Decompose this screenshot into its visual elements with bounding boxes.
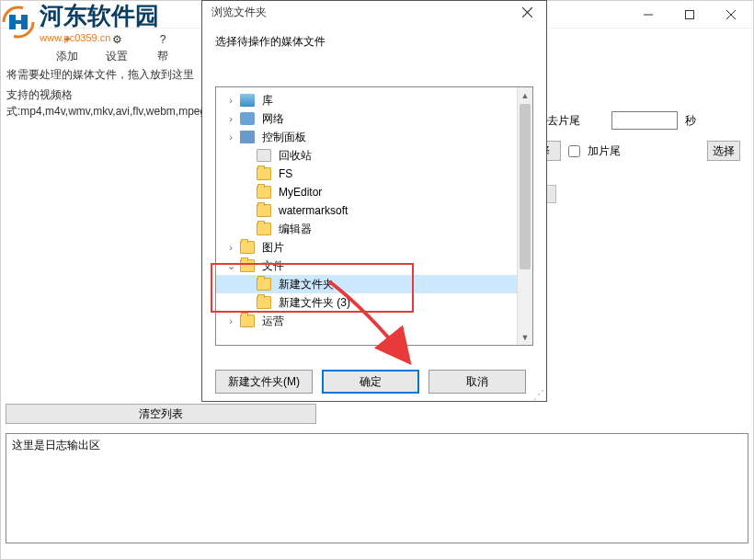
select-button-right[interactable]: 选择: [707, 141, 740, 161]
tree-item-label: watermarksoft: [279, 204, 348, 217]
tree-item[interactable]: ›网络: [216, 109, 532, 128]
folder-icon: [257, 204, 271, 217]
tree-item[interactable]: watermarksoft: [216, 201, 532, 220]
toolbar-settings-label: 设置: [106, 49, 128, 64]
tree-item-label: FS: [279, 167, 292, 180]
expand-icon[interactable]: [242, 297, 253, 308]
tree-item-label: 新建文件夹: [279, 277, 334, 292]
tree-item[interactable]: 编辑器: [216, 220, 532, 238]
scroll-down-icon[interactable]: ▼: [518, 329, 532, 345]
folder-icon: [257, 278, 271, 291]
dialog-close-button[interactable]: [513, 1, 541, 23]
tree-item-label: 文件: [262, 258, 284, 274]
scroll-up-icon[interactable]: ▲: [518, 87, 532, 103]
net-icon: [240, 112, 255, 125]
gear-icon: ⚙: [109, 32, 124, 47]
folder-icon: [240, 314, 255, 327]
svg-rect-1: [685, 10, 693, 18]
folder-icon: [257, 167, 271, 180]
expand-icon[interactable]: [242, 168, 253, 179]
tree-item[interactable]: ›图片: [216, 238, 532, 257]
folder-tree: ›库›网络›控制面板回收站FSMyEditorwatermarksoft编辑器›…: [215, 86, 533, 346]
log-output: 这里是日志输出区: [6, 433, 748, 543]
folder-icon: [257, 186, 271, 199]
tree-item-label: MyEditor: [279, 186, 322, 199]
tree-item-label: 回收站: [279, 148, 312, 164]
tree-item-label: 图片: [262, 240, 284, 256]
resize-grip-icon[interactable]: ⋰: [533, 388, 544, 399]
expand-icon[interactable]: [242, 150, 253, 161]
cancel-button[interactable]: 取消: [428, 370, 526, 394]
cut-tail-input[interactable]: [611, 111, 678, 130]
scroll-thumb[interactable]: [520, 104, 531, 269]
expand-icon[interactable]: [242, 279, 253, 290]
expand-icon[interactable]: [242, 187, 253, 198]
toolbar-add-label: 添加: [56, 49, 78, 64]
new-folder-button[interactable]: 新建文件夹(M): [215, 370, 313, 394]
expand-icon[interactable]: ›: [225, 113, 236, 124]
options-panel: 去片尾 秒 择 加片尾 选择: [528, 111, 740, 172]
minimize-button[interactable]: [627, 2, 668, 28]
tree-item-label: 运营: [262, 314, 284, 329]
folder-icon: [257, 223, 271, 235]
help-icon: ?: [155, 32, 170, 47]
tree-item-label: 控制面板: [262, 130, 306, 145]
tree-item[interactable]: MyEditor: [216, 183, 532, 201]
ok-button[interactable]: 确定: [322, 370, 419, 394]
formats-title: 支持的视频格: [6, 88, 73, 101]
cut-tail-unit: 秒: [685, 113, 696, 129]
folder-icon: [240, 259, 255, 272]
cut-tail-label: 去片尾: [547, 113, 580, 129]
toolbar-settings[interactable]: ⚙ 设置: [106, 32, 128, 64]
dialog-titlebar[interactable]: 浏览文件夹: [202, 1, 546, 23]
tree-item-label: 编辑器: [279, 222, 312, 237]
browse-folder-dialog: 浏览文件夹 选择待操作的媒体文件 ›库›网络›控制面板回收站FSMyEditor…: [201, 0, 547, 402]
panel-icon: [240, 131, 255, 143]
clear-list-button[interactable]: 清空列表: [6, 404, 316, 424]
tree-item-label: 网络: [262, 111, 284, 127]
dialog-hint: 选择待操作的媒体文件: [215, 34, 533, 50]
toolbar-add[interactable]: ＋ 添加: [56, 32, 78, 64]
expand-icon[interactable]: ›: [225, 315, 236, 326]
expand-icon[interactable]: [242, 205, 253, 216]
folder-icon: [257, 296, 271, 309]
tree-item[interactable]: 新建文件夹: [216, 275, 532, 293]
plus-icon: ＋: [60, 32, 74, 47]
toolbar-help[interactable]: ? 帮: [155, 32, 170, 64]
toolbar-help-label: 帮: [157, 49, 168, 64]
tree-item-label: 新建文件夹 (3): [279, 295, 350, 311]
tree-item[interactable]: FS: [216, 165, 532, 183]
tree-item[interactable]: ›控制面板: [216, 128, 532, 146]
expand-icon[interactable]: ›: [225, 131, 236, 143]
lib-icon: [240, 94, 255, 107]
tree-item[interactable]: 回收站: [216, 146, 532, 165]
log-text: 这里是日志输出区: [12, 439, 100, 451]
dialog-body: 选择待操作的媒体文件 ›库›网络›控制面板回收站FSMyEditorwaterm…: [202, 23, 546, 357]
tree-item[interactable]: ›运营: [216, 312, 532, 330]
bin-icon: [257, 149, 271, 162]
maximize-button[interactable]: [668, 2, 710, 28]
tree-item-label: 库: [262, 93, 273, 109]
tree-scrollbar[interactable]: ▲ ▼: [517, 87, 532, 345]
tree-item[interactable]: ›库: [216, 91, 532, 109]
tree-item[interactable]: 新建文件夹 (3): [216, 293, 532, 312]
option-add-tail: 择 加片尾 选择: [528, 141, 740, 161]
dialog-title: 浏览文件夹: [211, 5, 267, 20]
folder-icon: [240, 241, 255, 254]
add-tail-checkbox[interactable]: [568, 145, 580, 157]
expand-icon[interactable]: ›: [225, 242, 236, 253]
option-cut-tail: 去片尾 秒: [528, 111, 740, 130]
dialog-buttons: 新建文件夹(M) 确定 取消: [202, 357, 546, 406]
tree-item[interactable]: ⌄文件: [216, 257, 532, 275]
close-button[interactable]: [710, 2, 751, 28]
expand-icon[interactable]: ›: [225, 95, 236, 106]
expand-icon[interactable]: [242, 223, 253, 234]
expand-icon[interactable]: ⌄: [225, 260, 236, 271]
add-tail-label: 加片尾: [588, 143, 621, 159]
